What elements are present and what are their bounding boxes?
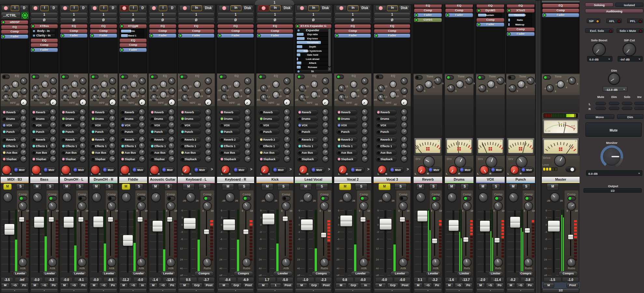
svg-text:+: +: [575, 140, 576, 142]
svg-text:K-14: K-14: [545, 130, 550, 133]
svg-text:+: +: [500, 140, 501, 142]
svg-text:+: +: [438, 140, 439, 142]
svg-text:+: +: [469, 140, 470, 142]
svg-text:+4: +4: [563, 121, 566, 124]
svg-text:+14: +14: [571, 124, 575, 127]
svg-text:0: 0: [558, 121, 559, 124]
svg-text:+: +: [530, 140, 532, 142]
